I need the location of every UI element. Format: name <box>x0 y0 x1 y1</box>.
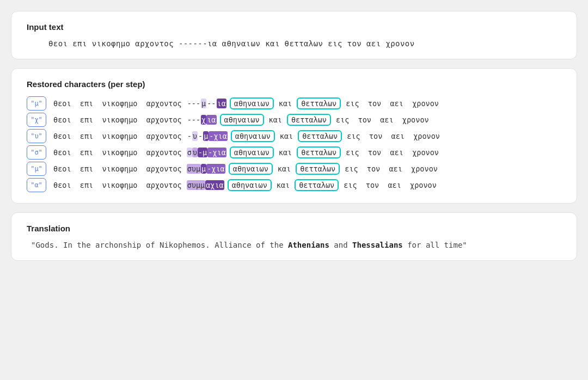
middle-tokens-6: συμμαχια <box>187 180 224 190</box>
middle-tokens-5: συμμ-χια <box>187 164 225 174</box>
input-text-card: Input text θεοι επι νικοφημο αρχοντος --… <box>11 11 577 59</box>
highlight1-1: αθηναιων <box>230 97 274 109</box>
row-text-4: θεοι επι νικοφημο αρχοντος συ-μ-χια αθην… <box>52 146 561 158</box>
middle-tokens-1: ---μ--ια <box>187 99 226 108</box>
restored-title: Restored characters (per step) <box>27 79 561 89</box>
suffix-3: εις τον αει χρονον <box>345 131 442 142</box>
highlight1-4: αθηναιων <box>230 146 274 158</box>
row-text-3: θεοι επι νικοφημο αρχοντος -υ-μ-χια αθην… <box>52 130 561 142</box>
translation-thessalians: Thessalians <box>352 241 403 249</box>
prefix-4: θεοι επι νικοφημο αρχοντος <box>52 147 183 158</box>
highlight2-6: θετταλων <box>295 179 339 191</box>
restored-characters-card: Restored characters (per step) "μ" θεοι … <box>11 68 577 204</box>
restored-row-2: "χ" θεοι επι νικοφημο αρχοντος ---χια αθ… <box>27 113 561 127</box>
highlight1-3: αθηναιων <box>231 130 275 142</box>
middle-tokens-2: ---χια <box>187 115 217 125</box>
char-badge-4: "σ" <box>27 145 46 160</box>
middle-tokens-3: -υ-μ-χια <box>187 131 228 141</box>
input-text-content: θεοι επι νικοφημο αρχοντος ------ια αθην… <box>27 39 561 48</box>
translation-card: Translation "Gods. In the archonship of … <box>11 212 577 261</box>
row-text-1: θεοι επι νικοφημο αρχοντος ---μ--ια αθην… <box>52 97 561 109</box>
prefix-5: θεοι επι νικοφημο αρχοντος <box>52 163 183 174</box>
restored-row-5: "μ" θεοι επι νικοφημο αρχοντος συμμ-χια … <box>27 162 561 176</box>
connector-1: και <box>277 98 293 109</box>
suffix-6: εις τον αει χρονον <box>342 180 438 191</box>
middle-tokens-4: συ-μ-χια <box>187 148 226 157</box>
connector-5: και <box>276 163 292 174</box>
row-text-2: θεοι επι νικοφημο αρχοντος ---χια αθηναι… <box>52 114 561 126</box>
suffix-5: εις τον αει χρονον <box>343 163 439 174</box>
prefix-2: θεοι επι νικοφημο αρχοντος <box>52 114 183 125</box>
highlight1-5: αθηναιων <box>229 163 273 175</box>
translation-athenians: Athenians <box>288 241 329 249</box>
translation-content: "Gods. In the archonship of Nikophemos. … <box>27 241 561 249</box>
char-badge-1: "μ" <box>27 96 46 111</box>
row-text-6: θεοι επι νικοφημο αρχοντος συμμαχια αθην… <box>52 179 561 191</box>
highlight2-2: θετταλων <box>287 114 331 126</box>
char-badge-5: "μ" <box>27 162 46 176</box>
highlight2-4: θετταλων <box>297 146 341 158</box>
suffix-4: εις τον αει χρονον <box>344 147 440 158</box>
highlight1-6: αθηναιων <box>228 179 272 191</box>
translation-part-3: and <box>329 241 352 249</box>
suffix-2: εις τον αει χρονον <box>334 114 431 125</box>
char-badge-3: "υ" <box>27 129 46 143</box>
highlight2-1: θετταλων <box>297 97 341 109</box>
input-text-title: Input text <box>27 22 561 32</box>
char-badge-2: "χ" <box>27 113 46 127</box>
prefix-6: θεοι επι νικοφημο αρχοντος <box>52 180 183 191</box>
row-text-5: θεοι επι νικοφημο αρχοντος συμμ-χια αθην… <box>52 163 561 175</box>
restored-row-6: "α" θεοι επι νικοφημο αρχοντος συμμαχια … <box>27 178 561 192</box>
translation-part-1: "Gods. In the archonship of Nikophemos. … <box>31 241 288 249</box>
restored-row-3: "υ" θεοι επι νικοφημο αρχοντος -υ-μ-χια … <box>27 129 561 143</box>
highlight1-2: αθηναιων <box>220 114 264 126</box>
connector-6: και <box>275 180 291 191</box>
prefix-3: θεοι επι νικοφημο αρχοντος <box>52 131 183 142</box>
restored-row-1: "μ" θεοι επι νικοφημο αρχοντος ---μ--ια … <box>27 96 561 111</box>
suffix-1: εις τον αει χρονον <box>344 98 440 109</box>
highlight2-5: θετταλων <box>296 163 340 175</box>
char-badge-6: "α" <box>27 178 46 192</box>
connector-4: και <box>277 147 293 158</box>
translation-title: Translation <box>27 224 561 233</box>
connector-2: και <box>267 114 284 125</box>
connector-3: και <box>278 131 295 142</box>
highlight2-3: θετταλων <box>298 130 342 142</box>
restored-grid: "μ" θεοι επι νικοφημο αρχοντος ---μ--ια … <box>27 96 561 192</box>
prefix-1: θεοι επι νικοφημο αρχοντος <box>52 98 183 109</box>
translation-part-5: for all time" <box>403 241 467 249</box>
restored-row-4: "σ" θεοι επι νικοφημο αρχοντος συ-μ-χια … <box>27 145 561 160</box>
